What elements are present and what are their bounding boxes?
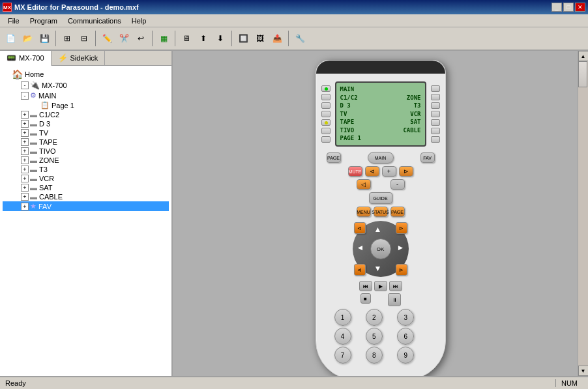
rew-button[interactable]: ⏮ [359, 281, 372, 291]
upload-btn[interactable]: ⬆ [196, 31, 211, 46]
left-btn-3[interactable] [321, 102, 331, 109]
right-btn-7[interactable] [431, 136, 440, 143]
num-5[interactable]: 5 [366, 328, 383, 345]
left-btn-7[interactable] [321, 136, 331, 143]
dpad-tr[interactable]: ⊳ [396, 222, 407, 234]
tree-item-c1c2[interactable]: + ▬ C1/C2 [3, 110, 169, 119]
expand-cable[interactable]: + [21, 193, 29, 201]
expand-zone[interactable]: + [21, 156, 29, 164]
play-button[interactable]: ▶ [374, 281, 387, 291]
minimize-button[interactable]: _ [551, 3, 562, 12]
right-btn-6[interactable] [431, 128, 440, 134]
tab-mx700[interactable]: 📟 MX-700 [0, 51, 51, 66]
num-6[interactable]: 6 [397, 328, 414, 345]
expand-mx700[interactable]: - [21, 81, 29, 89]
close-button[interactable]: ✕ [575, 3, 585, 12]
left-btn-6[interactable] [321, 128, 331, 134]
btn-green[interactable]: ▦ [156, 31, 171, 46]
mute-button[interactable]: MUTE [348, 166, 362, 177]
new-button[interactable]: 📄 [3, 31, 18, 46]
pause-button[interactable]: ⏸ [388, 293, 401, 306]
dpad-tl[interactable]: ⊲ [354, 222, 366, 234]
open-button[interactable]: 📂 [20, 31, 35, 46]
tree-item-mx700[interactable]: - 🔌 MX-700 [13, 80, 169, 91]
dpad-right[interactable]: ► [397, 243, 405, 252]
tree-item-tv[interactable]: + ▬ TV [3, 128, 169, 137]
view-btn[interactable]: 🔲 [235, 31, 251, 46]
menu-communications[interactable]: Communications [63, 16, 126, 26]
scroll-down-arrow[interactable]: ▼ [578, 366, 589, 376]
dpad-up[interactable]: ▲ [374, 225, 382, 234]
tree-item-tape[interactable]: + ▬ TAPE [3, 137, 169, 147]
scroll-thumb[interactable] [578, 61, 587, 87]
next-btn[interactable]: ⊳ [399, 166, 413, 177]
expand-tv[interactable]: + [21, 129, 29, 137]
delete-button[interactable]: ✂️ [116, 31, 132, 46]
dpad-down[interactable]: ▼ [374, 264, 382, 273]
left-btn-1[interactable] [321, 85, 331, 92]
download-btn[interactable]: ⬇ [213, 31, 228, 46]
ff-button[interactable]: ⏭ [389, 281, 402, 291]
undo-button[interactable]: ↩ [133, 31, 149, 46]
tree-item-d3[interactable]: + ▬ D 3 [3, 119, 169, 128]
export-btn[interactable]: 📤 [269, 31, 285, 46]
ch-down-btn[interactable]: - [390, 179, 405, 190]
expand-fav[interactable]: + [21, 203, 29, 210]
expand-d3[interactable]: + [21, 120, 29, 128]
dpad-br[interactable]: ⊳ [396, 264, 407, 276]
expand-c1c2[interactable]: + [21, 111, 29, 119]
back-btn[interactable]: ◁ [357, 179, 371, 190]
menu-file[interactable]: File [3, 16, 25, 26]
dpad-ok[interactable]: OK [370, 238, 391, 259]
expand-sat[interactable]: + [21, 184, 29, 192]
maximize-button[interactable]: □ [563, 3, 574, 12]
expand-tape[interactable]: + [21, 138, 29, 146]
menu-button[interactable]: MENU [357, 207, 371, 217]
stop-button[interactable]: ■ [360, 293, 371, 304]
status-button[interactable]: STATUS [374, 207, 388, 217]
right-btn-4[interactable] [431, 111, 440, 117]
left-btn-4[interactable] [321, 111, 331, 117]
fav-button[interactable]: FAV [420, 152, 435, 163]
page-button[interactable]: PAGE [327, 152, 341, 163]
num-8[interactable]: 8 [366, 347, 383, 364]
tree-item-tivo[interactable]: + ▬ TIVO [3, 147, 169, 156]
tree-item-main[interactable]: - ⚙ MAIN [3, 91, 169, 100]
num-2[interactable]: 2 [366, 309, 383, 326]
prev-btn[interactable]: ⊲ [365, 166, 379, 177]
tree-item-zone[interactable]: + ▬ ZONE [3, 156, 169, 165]
tab-sidekick[interactable]: ⚡ SideKick [51, 51, 106, 65]
scroll-up-arrow[interactable]: ▲ [578, 51, 589, 61]
page-up-button[interactable]: PAGE [390, 207, 405, 217]
edit-button[interactable]: ✏️ [99, 31, 115, 46]
right-btn-3[interactable] [431, 102, 440, 109]
expand-tivo[interactable]: + [21, 147, 29, 155]
right-btn-1[interactable] [431, 85, 440, 92]
expand-main[interactable]: - [21, 92, 29, 100]
settings-btn[interactable]: 🔧 [292, 31, 308, 46]
tree-item-page1[interactable]: 📋 Page 1 [3, 100, 169, 110]
num-4[interactable]: 4 [334, 328, 351, 345]
num-7[interactable]: 7 [334, 347, 351, 364]
num-9[interactable]: 9 [397, 347, 414, 364]
num-3[interactable]: 3 [397, 309, 414, 326]
expand-vcr[interactable]: + [21, 175, 29, 182]
paste-button[interactable]: ⊟ [76, 31, 92, 46]
right-btn-5[interactable] [431, 119, 440, 126]
expand-t3[interactable]: + [21, 166, 29, 173]
copy-button[interactable]: ⊞ [59, 31, 75, 46]
num-1[interactable]: 1 [334, 309, 351, 326]
menu-help[interactable]: Help [126, 16, 152, 26]
tree-item-t3[interactable]: + ▬ T3 [3, 165, 169, 174]
tree-item-fav[interactable]: + ★ FAV [3, 201, 169, 211]
tree-item-cable[interactable]: + ▬ CABLE [3, 192, 169, 201]
left-btn-2[interactable] [321, 94, 331, 100]
dpad-left[interactable]: ◄ [357, 243, 364, 252]
tree-item-vcr[interactable]: + ▬ VCR [3, 174, 169, 183]
remote-btn[interactable]: 🖥 [179, 31, 194, 46]
left-btn-5[interactable] [321, 119, 331, 126]
ch-up-btn[interactable]: + [382, 166, 396, 177]
menu-program[interactable]: Program [25, 16, 63, 26]
right-btn-2[interactable] [431, 94, 440, 100]
img-btn[interactable]: 🖼 [252, 31, 268, 46]
